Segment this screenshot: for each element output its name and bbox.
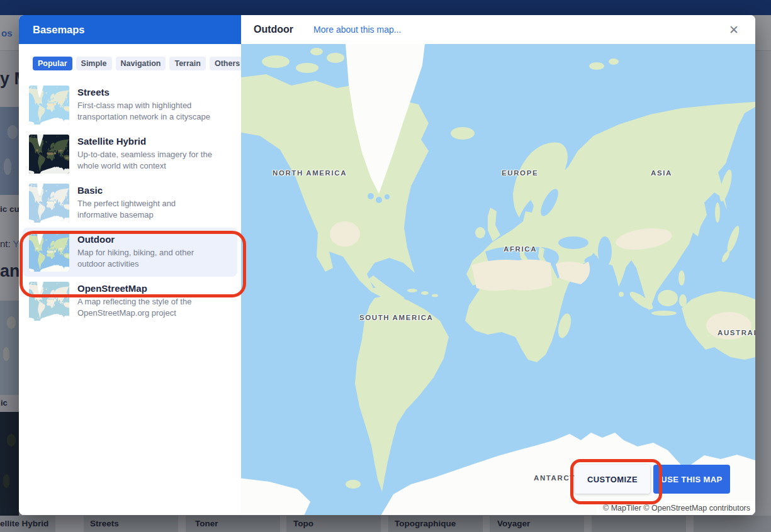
basemap-item-description: Up-to-date, seamless imagery for the who… xyxy=(77,149,217,171)
basemap-thumbnail xyxy=(29,184,69,223)
basemap-item-satellite-hybrid[interactable]: Satellite HybridUp-to-date, seamless ima… xyxy=(23,130,237,179)
continent-label-south-america: SOUTH AMERICA xyxy=(359,314,433,321)
customize-button[interactable]: CUSTOMIZE xyxy=(575,465,650,494)
basemap-item-description: First-class map with highlighted transpo… xyxy=(77,100,217,122)
basemap-item-streets[interactable]: StreetsFirst-class map with highlighted … xyxy=(23,80,237,130)
basemap-thumbnail xyxy=(29,233,69,272)
basemaps-modal: Basemaps PopularSimpleNavigationTerrainO… xyxy=(19,15,755,515)
continent-label-australia: AUSTRALIA xyxy=(718,329,755,336)
modal-title: Basemaps xyxy=(33,24,85,36)
filter-chips: PopularSimpleNavigationTerrainOthersAll xyxy=(33,57,241,70)
continent-label-north-america: NORTH AMERICA xyxy=(273,169,347,177)
preview-title: Outdoor xyxy=(254,24,293,35)
continent-label-asia: ASIA xyxy=(651,169,672,177)
basemap-thumbnail xyxy=(29,282,69,321)
basemap-thumbnail xyxy=(29,86,69,125)
filter-chip-popular[interactable]: Popular xyxy=(33,57,72,70)
continent-label-europe: EUROPE xyxy=(502,169,538,177)
basemap-item-description: Map for hiking, biking, and other outdoo… xyxy=(77,247,217,269)
filter-chip-others[interactable]: Others xyxy=(210,57,245,70)
basemap-item-description: The perfect lightweight and informative … xyxy=(77,198,217,220)
use-this-map-button[interactable]: USE THIS MAP xyxy=(653,465,730,494)
basemap-preview-panel: Outdoor More about this map... ✕ NORTH A… xyxy=(241,15,755,515)
basemap-thumbnail xyxy=(29,135,69,174)
continent-label-africa: AFRICA xyxy=(504,245,537,253)
basemap-item-openstreetmap[interactable]: OpenStreetMapA map reflecting the style … xyxy=(23,277,237,326)
basemap-item-basic[interactable]: BasicThe perfect lightweight and informa… xyxy=(23,179,237,228)
basemap-item-title: Streets xyxy=(77,87,217,97)
map-attribution: © MapTiler © OpenStreetMap contributors xyxy=(597,501,755,515)
basemaps-sidebar: Basemaps PopularSimpleNavigationTerrainO… xyxy=(19,15,241,515)
filter-chip-navigation[interactable]: Navigation xyxy=(116,57,166,70)
filter-chip-simple[interactable]: Simple xyxy=(76,57,112,70)
basemap-item-title: Outdoor xyxy=(77,234,217,245)
basemap-item-title: Satellite Hybrid xyxy=(77,136,217,147)
close-icon[interactable]: ✕ xyxy=(725,21,743,38)
map-preview[interactable]: NORTH AMERICAEUROPEASIAAFRICASOUTH AMERI… xyxy=(241,44,755,515)
world-map xyxy=(241,44,755,515)
filter-chip-terrain[interactable]: Terrain xyxy=(169,57,205,70)
basemap-list: StreetsFirst-class map with highlighted … xyxy=(23,80,237,326)
sidebar-header: Basemaps xyxy=(19,15,241,44)
preview-header: Outdoor More about this map... ✕ xyxy=(241,15,755,44)
basemap-item-outdoor[interactable]: OutdoorMap for hiking, biking, and other… xyxy=(23,228,237,277)
basemap-item-title: OpenStreetMap xyxy=(77,283,217,294)
more-about-map-link[interactable]: More about this map... xyxy=(313,25,401,35)
basemap-item-title: Basic xyxy=(77,185,217,196)
basemap-item-description: A map reflecting the style of the OpenSt… xyxy=(77,296,217,318)
